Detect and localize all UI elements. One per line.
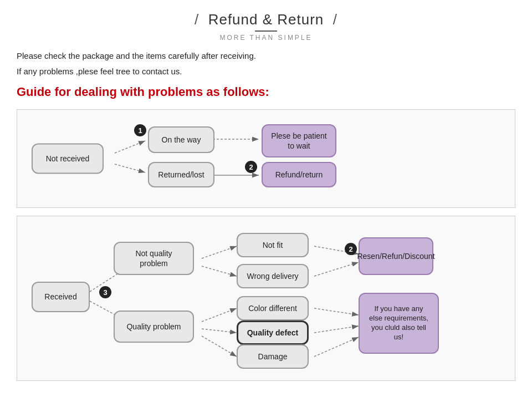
not-received-box: Not received	[32, 144, 104, 174]
circle-num-3: 3	[99, 286, 111, 298]
resen-refund-box: Resen/Refun/Discount	[359, 237, 433, 275]
svg-line-9	[202, 246, 237, 258]
please-wait-box: Plese be patient to wait	[262, 124, 336, 157]
refund-return-box: Refund/return	[262, 162, 336, 187]
bottom-flow: Received 3 Not quality problem Quality p…	[26, 226, 506, 370]
svg-line-12	[202, 329, 237, 333]
top-diagram-section: Not received 1 On the way Returned/lost …	[17, 109, 515, 208]
returned-lost-box: Returned/lost	[148, 162, 214, 187]
svg-line-16	[314, 308, 359, 315]
svg-line-15	[314, 262, 359, 276]
title-text: Refund & Return	[208, 11, 324, 28]
page-title: / Refund & Return /	[195, 11, 337, 28]
subtitle: MORE THAN SIMPLE	[17, 34, 515, 42]
not-fit-box: Not fit	[237, 233, 309, 257]
svg-line-10	[202, 266, 237, 276]
not-quality-box: Not quality problem	[114, 242, 194, 275]
received-box: Received	[32, 282, 90, 312]
circle-num-2-bottom: 2	[345, 243, 357, 255]
slash-right: /	[333, 11, 337, 28]
svg-line-2	[115, 141, 145, 153]
bottom-diagram-section: Received 3 Not quality problem Quality p…	[17, 216, 515, 381]
intro-line1: Please check the package and the items c…	[17, 49, 515, 63]
color-different-box: Color different	[237, 296, 309, 320]
svg-line-18	[314, 337, 359, 357]
quality-problem-box: Quality problem	[114, 311, 194, 343]
intro-line2: If any problems ,plese feel tree to cont…	[17, 65, 515, 78]
guide-heading: Guide for dealing with problems as follo…	[17, 85, 515, 99]
svg-line-11	[202, 308, 237, 322]
circle-num-1: 1	[134, 124, 146, 136]
svg-line-13	[202, 336, 237, 357]
svg-line-3	[115, 164, 145, 172]
on-the-way-box: On the way	[148, 126, 214, 153]
circle-num-2-top: 2	[245, 161, 257, 173]
damage-box: Damage	[237, 344, 309, 369]
quality-defect-box: Quality defect	[237, 320, 309, 345]
if-you-have-box: If you have any else requirements, you c…	[359, 293, 439, 354]
slash-left: /	[195, 11, 199, 28]
wrong-delivery-box: Wrong delivery	[237, 264, 309, 288]
top-flow: Not received 1 On the way Returned/lost …	[26, 120, 506, 197]
svg-line-17	[314, 326, 359, 333]
title-underline	[255, 30, 277, 32]
